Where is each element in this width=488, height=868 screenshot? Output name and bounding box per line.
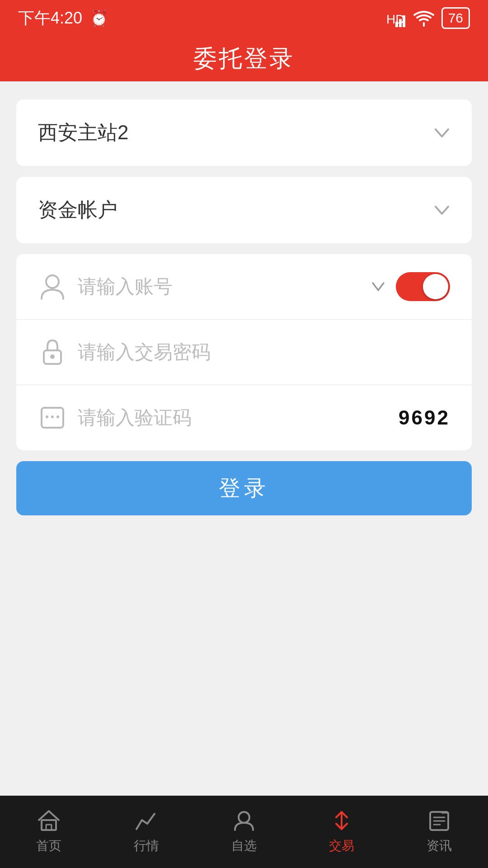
market-icon [135, 809, 158, 832]
tab-label-trade: 交易 [329, 837, 354, 854]
account-input-area[interactable]: 请输入账号 [78, 274, 371, 299]
chevron-down-icon-2 [434, 205, 450, 216]
tab-label-home: 首页 [36, 837, 61, 854]
captcha-icon [38, 403, 67, 432]
tab-label-news: 资讯 [427, 837, 452, 854]
status-icons: HD 76 [386, 7, 470, 29]
page-header: 委托登录 [0, 36, 488, 81]
svg-point-8 [46, 415, 48, 418]
watchlist-icon [232, 809, 256, 832]
tab-item-watchlist[interactable]: 自选 [195, 809, 293, 854]
server-dropdown-card[interactable]: 西安主站2 [16, 99, 472, 166]
status-bar: 下午4:20 ⏰ HD 76 [0, 0, 488, 36]
status-time-area: 下午4:20 ⏰ [18, 7, 108, 29]
home-icon [37, 809, 61, 832]
account-placeholder: 请输入账号 [78, 274, 371, 299]
password-row[interactable]: 请输入交易密码 [16, 320, 472, 385]
svg-rect-3 [395, 22, 398, 27]
status-time: 下午4:20 [18, 7, 82, 29]
captcha-input-area[interactable]: 请输入验证码 [78, 405, 399, 430]
account-type-dropdown-card[interactable]: 资金帐户 [16, 177, 472, 243]
captcha-code[interactable]: 9692 [399, 406, 450, 429]
account-type-label: 资金帐户 [38, 197, 117, 223]
login-form-card: 请输入账号 [16, 254, 472, 450]
captcha-placeholder: 请输入验证码 [78, 405, 399, 430]
page-title: 委托登录 [193, 43, 295, 75]
alarm-icon: ⏰ [89, 9, 108, 27]
remember-toggle[interactable] [396, 272, 450, 301]
password-input-area[interactable]: 请输入交易密码 [78, 340, 450, 365]
chevron-down-icon [434, 127, 450, 138]
signal-icon: HD [386, 9, 406, 27]
svg-point-6 [50, 354, 55, 359]
svg-point-4 [46, 275, 59, 288]
svg-point-9 [51, 415, 54, 418]
wifi-icon [413, 9, 434, 27]
svg-rect-2 [403, 15, 405, 27]
main-content: 西安主站2 资金帐户 [0, 81, 488, 544]
svg-rect-1 [399, 19, 402, 27]
tab-item-home[interactable]: 首页 [0, 809, 98, 854]
server-dropdown-label: 西安主站2 [38, 119, 128, 146]
account-chevron-icon[interactable] [371, 282, 385, 292]
toggle-knob [423, 274, 448, 299]
server-dropdown-row[interactable]: 西安主站2 [16, 99, 472, 166]
password-placeholder: 请输入交易密码 [78, 340, 450, 365]
news-icon [427, 809, 451, 832]
trade-icon [330, 809, 353, 832]
battery-level: 76 [448, 10, 463, 26]
svg-point-13 [239, 812, 249, 823]
tab-label-watchlist: 自选 [231, 837, 257, 854]
tab-item-market[interactable]: 行情 [98, 809, 195, 854]
captcha-row[interactable]: 请输入验证码 9692 [16, 385, 472, 450]
user-icon [38, 272, 67, 301]
lock-icon [38, 338, 67, 367]
account-row[interactable]: 请输入账号 [16, 254, 472, 320]
login-button[interactable]: 登录 [16, 461, 472, 515]
battery-icon: 76 [441, 7, 470, 29]
account-row-actions [371, 272, 450, 301]
tab-item-news[interactable]: 资讯 [390, 809, 488, 854]
svg-point-10 [56, 415, 59, 418]
tab-bar: 首页 行情 自选 交易 [0, 796, 488, 868]
tab-item-trade[interactable]: 交易 [293, 809, 390, 854]
tab-label-market: 行情 [134, 837, 159, 854]
account-type-dropdown-row[interactable]: 资金帐户 [16, 177, 472, 243]
